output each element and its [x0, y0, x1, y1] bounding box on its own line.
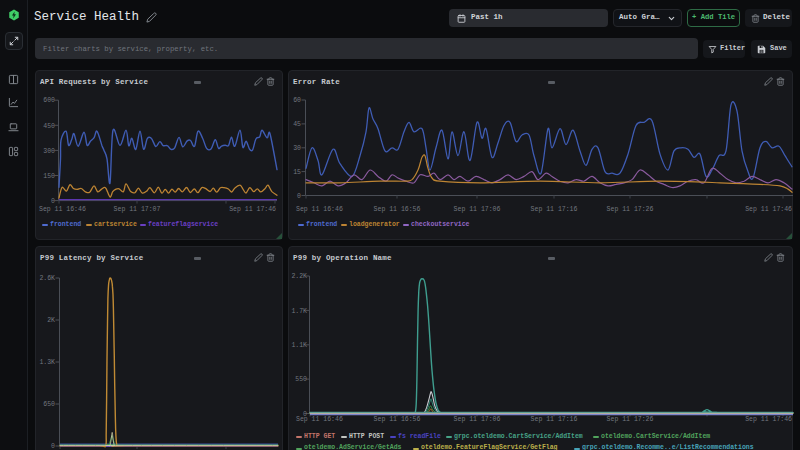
svg-text:650: 650: [43, 401, 55, 408]
svg-text:Sep 11 17:16: Sep 11 17:16: [531, 206, 578, 213]
svg-text:0: 0: [51, 443, 55, 450]
svg-text:1.3K: 1.3K: [39, 359, 55, 366]
svg-text:1.1K: 1.1K: [291, 342, 307, 349]
svg-text:Sep 11 17:07: Sep 11 17:07: [114, 206, 161, 213]
svg-text:Sep 11 17:06: Sep 11 17:06: [454, 206, 501, 213]
svg-text:300: 300: [43, 148, 55, 155]
svg-text:15: 15: [293, 169, 301, 176]
svg-text:Sep 11 17:26: Sep 11 17:26: [607, 416, 654, 423]
svg-text:Sep 11 17:06: Sep 11 17:06: [454, 416, 501, 423]
svg-text:Sep 11 17:26: Sep 11 17:26: [607, 206, 654, 213]
svg-text:Sep 11 17:46: Sep 11 17:46: [229, 206, 276, 213]
svg-text:600: 600: [43, 97, 55, 104]
svg-text:2.2K: 2.2K: [291, 273, 307, 280]
svg-text:60: 60: [293, 97, 301, 104]
svg-text:150: 150: [43, 173, 55, 180]
svg-text:0: 0: [51, 198, 55, 205]
svg-text:Sep 11 17:46: Sep 11 17:46: [745, 206, 792, 213]
svg-text:Sep 11 17:16: Sep 11 17:16: [531, 416, 578, 423]
svg-text:45: 45: [293, 121, 301, 128]
svg-text:Sep 11 16:46: Sep 11 16:46: [39, 206, 86, 213]
svg-text:Sep 11 16:56: Sep 11 16:56: [374, 206, 421, 213]
svg-text:0: 0: [297, 193, 301, 200]
svg-text:Sep 11 17:46: Sep 11 17:46: [745, 416, 792, 423]
svg-text:450: 450: [43, 123, 55, 130]
svg-text:550: 550: [295, 376, 307, 383]
svg-text:1.7K: 1.7K: [291, 308, 307, 315]
svg-text:2K: 2K: [47, 317, 55, 324]
svg-text:Sep 11 16:46: Sep 11 16:46: [296, 206, 343, 213]
svg-text:30: 30: [293, 145, 301, 152]
svg-text:Sep 11 16:56: Sep 11 16:56: [374, 416, 421, 423]
svg-text:2.6K: 2.6K: [39, 275, 55, 282]
svg-text:Sep 11 16:46: Sep 11 16:46: [296, 416, 343, 423]
